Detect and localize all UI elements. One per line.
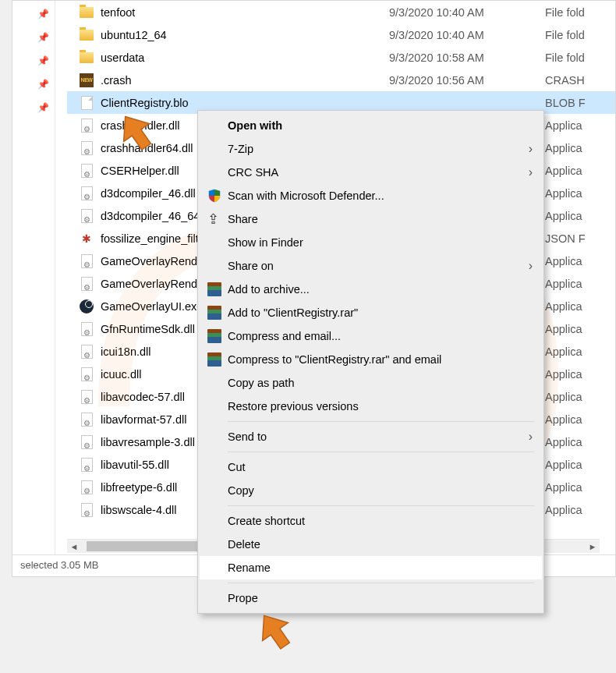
file-type: Applica	[545, 368, 615, 381]
file-type: File fold	[545, 29, 615, 41]
menu-cut[interactable]: Cut	[200, 455, 542, 479]
rar-icon	[207, 306, 228, 320]
menu-show-in-finder[interactable]: Show in Finder	[200, 231, 542, 254]
file-name: .crash	[101, 74, 389, 87]
menu-separator	[228, 452, 534, 452]
folder-icon	[79, 5, 94, 20]
folder-icon	[79, 50, 94, 66]
file-type: Applica	[545, 391, 615, 403]
annotation-arrow	[109, 109, 164, 156]
steam-icon	[79, 299, 94, 314]
file-name: tenfoot	[101, 6, 389, 19]
fossil-icon: ✱	[79, 231, 94, 246]
menu-defender[interactable]: Scan with Microsoft Defender...	[200, 184, 542, 207]
file-type: Applica	[545, 413, 615, 426]
dll-icon	[79, 276, 94, 292]
scroll-left-button[interactable]: ◄	[67, 540, 81, 554]
file-type: BLOB F	[545, 97, 615, 109]
dll-icon	[79, 186, 94, 201]
menu-add-archive[interactable]: Add to archive...	[200, 278, 542, 301]
dll-icon	[79, 344, 94, 360]
file-type: Applica	[545, 210, 615, 222]
dll-icon	[79, 480, 94, 495]
dll-icon	[79, 321, 94, 337]
file-type: Applica	[545, 481, 615, 494]
file-name: userdata	[101, 51, 389, 64]
menu-copy-path[interactable]: Copy as path	[200, 371, 542, 395]
menu-compress-to-email[interactable]: Compress to "ClientRegistry.rar" and ema…	[200, 348, 542, 371]
menu-rename[interactable]: Rename	[200, 556, 542, 579]
file-type: Applica	[545, 345, 615, 358]
rar-icon	[207, 352, 228, 367]
pin-icon: 📌	[37, 9, 49, 19]
menu-send-to[interactable]: Send to›	[200, 425, 542, 448]
folder-icon	[79, 27, 94, 43]
chevron-right-icon: ›	[529, 430, 533, 444]
file-type: Applica	[545, 165, 615, 177]
shield-icon	[207, 189, 228, 203]
pin-icon: 📌	[37, 55, 49, 66]
dll-icon	[79, 389, 94, 405]
file-type: Applica	[545, 142, 615, 154]
dll-icon	[79, 118, 94, 133]
context-menu: Open with 7-Zip› CRC SHA› Scan with Micr…	[197, 110, 544, 614]
pin-icon: 📌	[37, 79, 49, 90]
rar-icon	[207, 282, 228, 296]
menu-create-shortcut[interactable]: Create shortcut	[200, 509, 542, 533]
file-row[interactable]: tenfoot9/3/2020 10:40 AMFile fold	[67, 1, 615, 23]
file-date: 9/3/2020 10:58 AM	[389, 51, 545, 64]
file-type: CRASH	[545, 74, 615, 87]
file-name: ClientRegistry.blo	[101, 97, 389, 109]
file-row[interactable]: ubuntu12_649/3/2020 10:40 AMFile fold	[67, 23, 615, 46]
file-type: File fold	[545, 51, 615, 64]
file-type: JSON F	[545, 232, 615, 245]
dll-icon	[79, 412, 94, 427]
file-type: Applica	[545, 436, 615, 448]
dll-icon	[79, 208, 94, 224]
file-icon	[79, 95, 94, 111]
menu-separator	[228, 421, 534, 422]
menu-properties[interactable]: Prope	[200, 586, 542, 610]
menu-open-with[interactable]: Open with	[200, 114, 542, 137]
chevron-right-icon: ›	[529, 165, 533, 179]
menu-separator	[228, 505, 534, 506]
quick-access-pins: 📌 📌 📌 📌 📌	[12, 1, 55, 576]
file-type: Applica	[545, 255, 615, 267]
file-type: Applica	[545, 278, 615, 290]
menu-7zip[interactable]: 7-Zip›	[200, 137, 542, 161]
menu-restore-versions[interactable]: Restore previous versions	[200, 395, 542, 418]
status-text: selected 3.05 MB	[20, 559, 98, 571]
dll-icon	[79, 367, 94, 382]
scroll-right-button[interactable]: ►	[586, 540, 600, 554]
pin-icon: 📌	[37, 32, 49, 43]
file-type: Applica	[545, 119, 615, 132]
menu-share-on[interactable]: Share on›	[200, 254, 542, 278]
chevron-right-icon: ›	[529, 259, 533, 273]
menu-delete[interactable]: Delete	[200, 533, 542, 556]
menu-separator	[228, 583, 534, 583]
file-type: Applica	[545, 504, 615, 516]
crash-icon: NEW	[79, 73, 94, 88]
dll-icon	[79, 502, 94, 518]
file-type: File fold	[545, 6, 615, 19]
menu-crc-sha[interactable]: CRC SHA›	[200, 161, 542, 184]
share-icon: ⇪	[207, 211, 228, 228]
pin-icon: 📌	[37, 102, 49, 113]
dll-icon	[79, 434, 94, 450]
menu-compress-email[interactable]: Compress and email...	[200, 324, 542, 348]
file-type: Applica	[545, 187, 615, 200]
chevron-right-icon: ›	[529, 142, 533, 156]
file-row[interactable]: userdata9/3/2020 10:58 AMFile fold	[67, 46, 615, 69]
file-row[interactable]: NEW.crash9/3/2020 10:56 AMCRASH	[67, 69, 615, 91]
file-type: Applica	[545, 323, 615, 335]
dll-icon	[79, 457, 94, 473]
dll-icon	[79, 163, 94, 179]
rar-icon	[207, 329, 228, 343]
file-type: Applica	[545, 300, 615, 313]
menu-share[interactable]: ⇪Share	[200, 207, 542, 231]
annotation-arrow	[248, 608, 303, 655]
file-date: 9/3/2020 10:40 AM	[389, 6, 545, 19]
menu-copy[interactable]: Copy	[200, 479, 542, 502]
menu-add-to-rar[interactable]: Add to "ClientRegistry.rar"	[200, 301, 542, 324]
dll-icon	[79, 253, 94, 269]
